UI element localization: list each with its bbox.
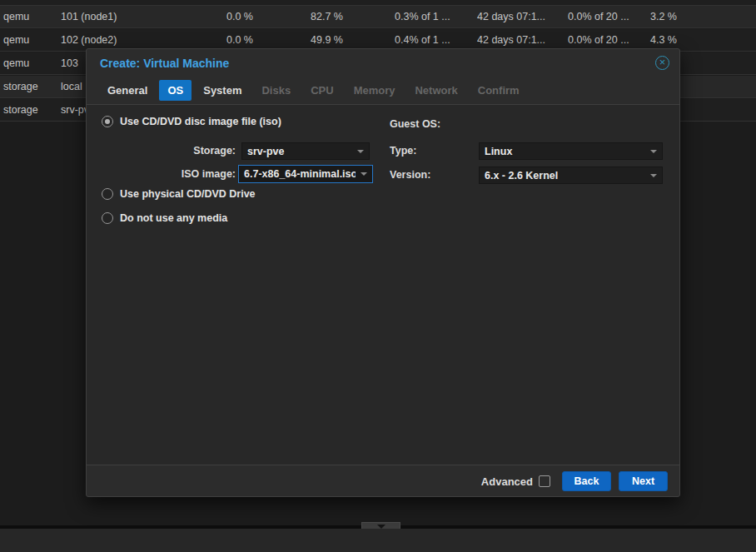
grid-row-101[interactable]: qemu 101 (node1) 0.0 % 82.7 % 0.3% of 1 …	[0, 6, 756, 28]
radio-icon-unselected[interactable]	[102, 188, 113, 200]
guest-os-label: Guest OS:	[390, 116, 440, 133]
storage-select[interactable]: srv-pve	[241, 142, 370, 160]
tab-network: Network	[406, 80, 465, 101]
dialog-titlebar: Create: Virtual Machine ×	[87, 49, 679, 77]
guest-version-select[interactable]: 6.x - 2.6 Kernel	[479, 167, 663, 184]
chevron-down-icon	[650, 150, 657, 153]
tab-system[interactable]: System	[195, 80, 250, 101]
cell-type: qemu	[3, 29, 29, 52]
dialog-content: Use CD/DVD disc image file (iso) Storage…	[87, 104, 679, 465]
guest-type-select[interactable]: Linux	[479, 142, 663, 160]
iso-image-value: 6.7-x86_64-minimal.iso	[244, 168, 356, 180]
storage-label: Storage:	[136, 142, 236, 160]
version-dropdown-trigger[interactable]	[645, 167, 662, 183]
type-dropdown-trigger[interactable]	[645, 143, 662, 159]
cell-type: qemu	[3, 0, 29, 6]
log-panel	[0, 529, 756, 552]
proxmox-screen: qemu qemu 101 (node1) 0.0 % 82.7 % 0.3% …	[0, 0, 756, 552]
type-label: Type:	[390, 142, 416, 160]
grid-row-partial[interactable]: qemu	[0, 0, 756, 6]
cell-id: 103	[61, 52, 78, 75]
dialog-title: Create: Virtual Machine	[100, 57, 655, 70]
dialog-tabbar: General OS System Disks CPU Memory Netwo…	[87, 77, 679, 104]
radio-no-media-label: Do not use any media	[120, 212, 227, 224]
cell-host-cpu: 3.2 %	[650, 6, 677, 28]
radio-icon-selected[interactable]	[102, 116, 113, 127]
tab-confirm: Confirm	[470, 80, 528, 101]
cell-type: qemu	[3, 6, 29, 28]
cell-mem: 82.7 %	[311, 6, 343, 28]
tab-cpu: CPU	[302, 80, 341, 101]
storage-dropdown-trigger[interactable]	[352, 143, 369, 159]
close-icon[interactable]: ×	[655, 56, 669, 70]
radio-no-media[interactable]: Do not use any media	[102, 212, 227, 224]
storage-value: srv-pve	[242, 146, 352, 157]
chevron-down-icon	[357, 150, 364, 153]
radio-physical-cd[interactable]: Use physical CD/DVD Drive	[102, 188, 256, 200]
tab-os[interactable]: OS	[159, 80, 191, 101]
cell-host-mem: 0.0% of 20 ...	[568, 6, 629, 28]
cell-id: local	[61, 76, 82, 98]
radio-use-iso-label: Use CD/DVD disc image file (iso)	[120, 116, 281, 127]
cell-uptime: 42 days 07:1...	[477, 6, 545, 28]
back-button[interactable]: Back	[562, 471, 611, 491]
advanced-checkbox[interactable]	[539, 475, 550, 487]
cell-id: 101 (node1)	[61, 6, 117, 28]
advanced-label: Advanced	[481, 475, 533, 488]
chevron-down-icon	[650, 174, 657, 177]
radio-use-iso[interactable]: Use CD/DVD disc image file (iso)	[102, 116, 281, 127]
version-label: Version:	[390, 167, 430, 184]
tab-memory: Memory	[346, 80, 404, 101]
next-button[interactable]: Next	[619, 471, 668, 491]
cell-disk: 0.3% of 1 ...	[395, 6, 450, 28]
chevron-down-icon	[361, 172, 367, 176]
dialog-footer: Advanced Back Next	[87, 466, 679, 496]
cell-type: storage	[3, 99, 38, 122]
iso-dropdown-trigger[interactable]	[356, 166, 372, 182]
radio-physical-cd-label: Use physical CD/DVD Drive	[120, 188, 256, 200]
iso-image-label: ISO image:	[136, 166, 236, 183]
tab-general[interactable]: General	[99, 80, 156, 101]
cell-cpu: 0.0 %	[226, 6, 253, 28]
guest-type-value: Linux	[480, 146, 645, 157]
tab-disks: Disks	[253, 80, 299, 101]
iso-image-input[interactable]: 6.7-x86_64-minimal.iso	[238, 165, 373, 183]
radio-icon-unselected[interactable]	[102, 212, 113, 224]
cell-type: storage	[3, 76, 38, 98]
chevron-down-icon	[377, 525, 385, 529]
guest-version-value: 6.x - 2.6 Kernel	[480, 170, 645, 182]
cell-type: qemu	[3, 52, 29, 75]
create-vm-dialog: Create: Virtual Machine × General OS Sys…	[86, 48, 680, 497]
